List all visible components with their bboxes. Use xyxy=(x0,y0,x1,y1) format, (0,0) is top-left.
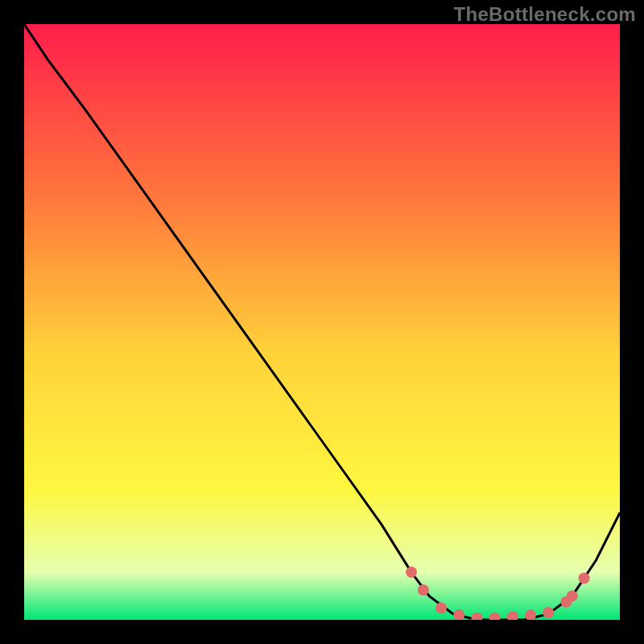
watermark-text: TheBottleneck.com xyxy=(454,3,636,26)
marker-point xyxy=(579,572,590,584)
marker-point xyxy=(436,602,447,613)
marker-point xyxy=(543,607,554,618)
marker-point xyxy=(418,584,429,596)
chart-plot xyxy=(24,24,620,620)
gradient-bg xyxy=(24,24,620,620)
marker-point xyxy=(567,590,578,601)
marker-point xyxy=(406,567,417,578)
frame: TheBottleneck.com xyxy=(0,0,644,644)
